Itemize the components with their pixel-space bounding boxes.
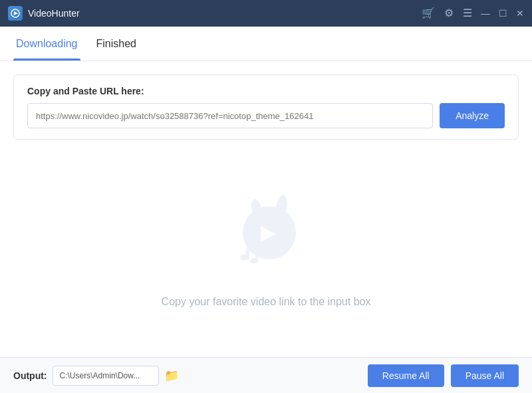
url-label: Copy and Paste URL here: (27, 86, 505, 96)
menu-icon[interactable]: ☰ (463, 8, 472, 19)
output-section: Output: C:\Users\Admin\Dow... 📁 (13, 366, 179, 386)
output-path: C:\Users\Admin\Dow... (53, 366, 159, 386)
title-bar-left: VideoHunter (8, 6, 80, 21)
cart-icon[interactable]: 🛒 (422, 8, 435, 19)
svg-marker-1 (14, 11, 18, 15)
title-bar: VideoHunter 🛒 ⚙ ☰ — ☐ ✕ (0, 0, 532, 27)
maximize-button[interactable]: ☐ (499, 9, 507, 17)
tab-finished[interactable]: Finished (94, 27, 139, 61)
app-title: VideoHunter (28, 8, 80, 19)
url-section: Copy and Paste URL here: Analyze (13, 74, 519, 140)
main-content: Downloading Finished Copy and Paste URL … (0, 27, 532, 393)
app-icon (8, 6, 23, 21)
svg-point-7 (240, 254, 249, 261)
output-label: Output: (13, 370, 47, 381)
tab-downloading[interactable]: Downloading (13, 27, 80, 61)
close-button[interactable]: ✕ (516, 9, 524, 17)
title-bar-controls: 🛒 ⚙ ☰ — ☐ ✕ (422, 8, 524, 19)
footer: Output: C:\Users\Admin\Dow... 📁 Resume A… (0, 357, 532, 393)
resume-all-button[interactable]: Resume All (368, 364, 444, 387)
empty-illustration (219, 190, 313, 283)
url-input[interactable] (27, 103, 433, 128)
pause-all-button[interactable]: Pause All (451, 364, 519, 387)
content-area: Copy and Paste URL here: Analyze (0, 61, 532, 357)
user-icon[interactable]: ⚙ (444, 8, 454, 19)
folder-icon[interactable]: 📁 (164, 368, 179, 383)
empty-message: Copy your favorite video link to the inp… (162, 296, 371, 308)
footer-buttons: Resume All Pause All (368, 364, 519, 387)
tab-bar: Downloading Finished (0, 27, 532, 61)
url-row: Analyze (27, 103, 505, 128)
minimize-button[interactable]: — (481, 9, 489, 17)
empty-state: Copy your favorite video link to the inp… (13, 153, 519, 344)
svg-point-9 (250, 258, 258, 263)
analyze-button[interactable]: Analyze (440, 103, 505, 128)
